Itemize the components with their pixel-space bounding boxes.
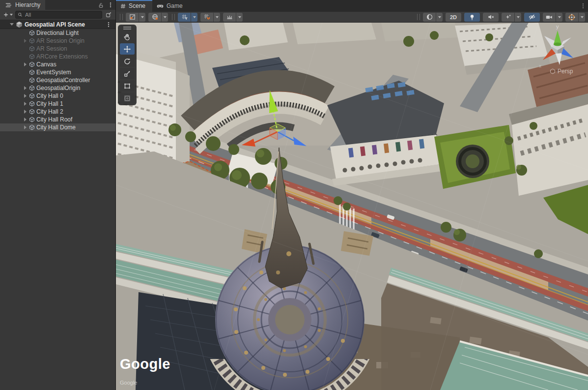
grid-snapping-dropdown[interactable] [214,13,220,22]
hierarchy-item[interactable]: Canvas [0,60,115,68]
hierarchy-item-label: GeospatialOrigin [36,85,80,91]
orientation-gizmo[interactable]: y x Persp [528,23,588,82]
hierarchy-searchbox[interactable] [15,11,102,19]
tabstrip-spacer [45,0,96,10]
rotate-tool-button[interactable] [120,56,135,67]
scene-effects-dropdown[interactable] [515,13,521,22]
axis-x-label: x [539,63,541,69]
scene-camera-dropdown[interactable] [556,13,562,22]
scene-visibility-button[interactable] [524,13,540,22]
move-tool-button[interactable] [120,43,135,55]
hierarchy-item[interactable]: Directional Light [0,29,115,37]
overlay-drag-handle[interactable] [120,14,123,20]
hierarchy-item[interactable]: GeospatialController [0,76,115,84]
grid-visibility-dropdown[interactable] [191,13,197,22]
tab-scene[interactable]: Scene [116,0,152,12]
create-object-button[interactable] [2,12,14,18]
expand-arrow-icon[interactable] [23,39,28,43]
hierarchy-item-label: AR Session Origin [36,37,84,44]
scene-kebab-icon[interactable] [104,22,113,28]
hierarchy-item[interactable]: EventSystem [0,68,115,76]
scene-audio-button[interactable] [483,13,499,22]
hierarchy-item-label: AR Session [36,45,67,52]
draw-mode-button[interactable] [423,13,436,22]
scale-tool-button[interactable] [120,68,135,79]
search-icon [17,12,23,18]
hierarchy-item[interactable]: City Hall 0 [0,92,115,100]
handle-rotation-globe-button[interactable] [148,13,161,22]
projection-toggle[interactable]: Persp [550,68,573,75]
hierarchy-item[interactable]: City Hall Roof [0,116,115,123]
hierarchy-item-label: Canvas [36,61,56,68]
scene-asset-row[interactable]: Geospatial API Scene [0,20,115,29]
game-tab-label: Game [167,2,183,9]
hierarchy-item[interactable]: City Hall 1 [0,100,115,108]
expand-arrow-icon[interactable] [23,118,28,121]
handle-rotation-dropdown[interactable] [162,13,168,22]
hierarchy-toolbar [0,10,115,20]
expand-arrow-icon[interactable] [23,70,28,74]
overlay-grab-handle[interactable] [123,27,131,30]
tabstrip-spacer [190,0,578,12]
hierarchy-item-label: EventSystem [36,69,71,76]
expand-open-icon[interactable] [10,23,14,26]
scene-panel: Scene Game [116,0,588,390]
search-input[interactable] [24,11,100,18]
hierarchy-tab-label: Hierarchy [15,1,40,8]
expand-arrow-icon[interactable] [23,47,28,51]
hierarchy-item[interactable]: City Hall 2 [0,108,115,116]
grid-snapping-button[interactable] [200,13,213,22]
hierarchy-item[interactable]: AR Session [0,45,115,53]
gizmos-button[interactable] [565,13,578,22]
handle-position-dropdown[interactable] [139,13,145,22]
expand-arrow-icon[interactable] [23,62,28,66]
overlay-drag-handle[interactable] [172,14,175,20]
draw-mode-dropdown[interactable] [436,13,443,22]
gameobject-cube-icon [29,54,35,60]
scene-3d-city-render [116,23,588,390]
unlock-icon[interactable] [96,0,106,10]
axis-y-label: y [556,24,559,30]
rect-tool-button[interactable] [120,80,135,91]
hierarchy-item[interactable]: ARCore Extensions [0,53,115,60]
tab-game[interactable]: Game [152,0,190,12]
expand-arrow-icon[interactable] [23,102,28,106]
scene-tools-overlay [118,25,137,105]
overlay-drag-handle[interactable] [417,14,420,20]
expand-arrow-icon[interactable] [23,110,28,114]
expand-arrow-icon[interactable] [23,78,28,82]
hierarchy-item[interactable]: City Hall Dome [0,123,115,131]
gizmos-dropdown[interactable] [579,13,585,22]
hierarchy-item[interactable]: GeospatialOrigin [0,84,115,92]
snap-increment-dropdown[interactable] [236,13,243,22]
pick-object-icon[interactable] [104,11,113,18]
scene-viewport[interactable]: y x Persp Google [116,23,588,390]
kebab-menu-icon[interactable] [106,0,115,10]
gamepad-icon [156,3,164,9]
gameobject-cube-icon [29,30,35,36]
hierarchy-item[interactable]: AR Session Origin [0,37,115,45]
hierarchy-item-label: City Hall Roof [36,116,72,123]
hierarchy-item-label: City Hall Dome [36,124,76,131]
grid-visibility-button[interactable]: Y [178,13,191,22]
expand-arrow-icon[interactable] [23,125,28,129]
tab-hierarchy[interactable]: Hierarchy [0,0,45,10]
scene-panel-kebab-icon[interactable] [578,0,588,12]
hierarchy-tabstrip: Hierarchy [0,0,115,10]
scene-camera-button[interactable] [543,13,556,22]
snap-increment-button[interactable] [223,13,236,22]
hierarchy-item-label: ARCore Extensions [36,53,88,60]
scene-effects-button[interactable] [502,13,514,22]
expand-arrow-icon[interactable] [23,55,28,59]
expand-arrow-icon[interactable] [23,31,28,35]
transform-tool-button[interactable] [120,92,135,104]
2d-toggle-button[interactable]: 2D [446,13,461,22]
view-hand-tool-button[interactable] [120,31,135,42]
gameobject-cube-icon [29,101,35,107]
expand-arrow-icon[interactable] [23,86,28,90]
google-watermark-small: Google [120,380,137,386]
scene-lighting-button[interactable] [464,13,480,22]
expand-arrow-icon[interactable] [23,94,28,98]
scene-name: Geospatial API Scene [25,21,102,28]
handle-position-button[interactable] [126,13,139,22]
